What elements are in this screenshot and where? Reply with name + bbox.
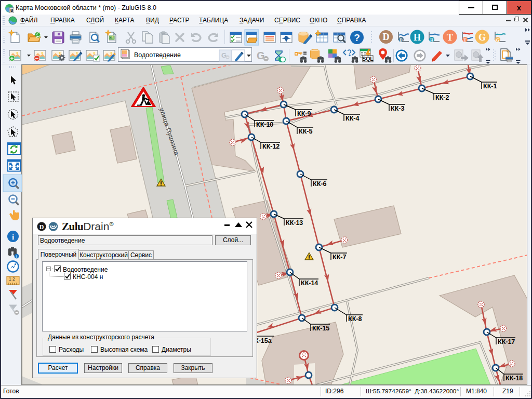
svg-text:H: H — [430, 38, 434, 43]
svg-text:КК-7: КК-7 — [332, 254, 346, 261]
svg-text:КК-14: КК-14 — [301, 280, 318, 287]
svg-text:КК-8: КК-8 — [348, 315, 362, 323]
svg-text:G: G — [221, 51, 227, 59]
svg-text:КК-18: КК-18 — [506, 375, 523, 382]
svg-text:G: G — [478, 32, 486, 43]
svg-text:КК-13: КК-13 — [286, 219, 303, 227]
svg-text:КК-10: КК-10 — [256, 121, 273, 128]
svg-text:i: i — [12, 233, 14, 241]
svg-text:КК-5: КК-5 — [299, 128, 312, 135]
svg-text:КК-15: КК-15 — [312, 325, 329, 332]
svg-text:К-15а: К-15а — [255, 337, 272, 344]
svg-text:8: 8 — [10, 8, 13, 13]
svg-text:КК-3: КК-3 — [391, 105, 404, 112]
svg-text:?: ? — [354, 32, 360, 43]
svg-text:G: G — [257, 50, 265, 61]
svg-text:КК-12: КК-12 — [262, 143, 280, 150]
svg-text:T: T — [447, 32, 453, 43]
svg-text:КК-17: КК-17 — [498, 338, 515, 345]
svg-text:SQL: SQL — [362, 56, 374, 62]
svg-text:КК-9: КК-9 — [297, 110, 311, 117]
svg-text:КК-1: КК-1 — [483, 83, 497, 90]
svg-text:Водоотведение: Водоотведение — [134, 51, 181, 59]
svg-text:КК-2: КК-2 — [435, 94, 449, 101]
svg-text:КК-4: КК-4 — [345, 115, 359, 122]
svg-text:D: D — [39, 223, 44, 231]
svg-text:D: D — [383, 32, 390, 42]
svg-text:H: H — [414, 32, 421, 43]
svg-text:КК-6: КК-6 — [313, 180, 326, 188]
svg-text:G: G — [496, 38, 499, 43]
svg-text:i: i — [16, 255, 17, 258]
svg-text:T: T — [463, 38, 467, 43]
svg-text:1 2: 1 2 — [9, 276, 15, 282]
svg-text:D: D — [400, 38, 403, 43]
